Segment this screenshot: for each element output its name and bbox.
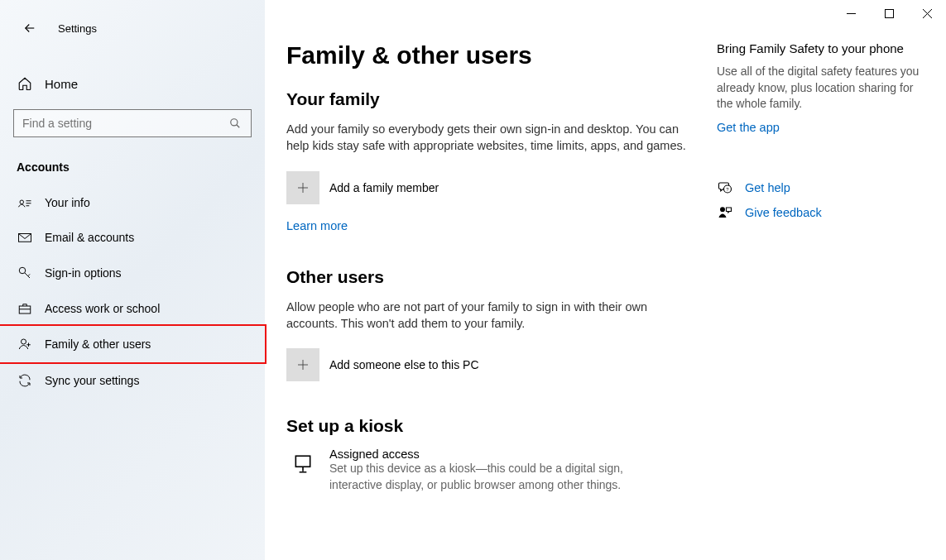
briefcase-icon bbox=[17, 302, 33, 315]
nav-label: Sync your settings bbox=[45, 374, 139, 387]
svg-rect-7 bbox=[295, 456, 310, 467]
sidebar-section-header: Accounts bbox=[0, 137, 265, 185]
minimize-button[interactable] bbox=[832, 0, 870, 26]
family-heading: Your family bbox=[286, 89, 700, 109]
maximize-button[interactable] bbox=[870, 0, 908, 26]
search-icon bbox=[229, 117, 243, 129]
main-content: Family & other users Your family Add you… bbox=[265, 0, 946, 560]
other-heading: Other users bbox=[286, 267, 700, 287]
search-box[interactable] bbox=[13, 109, 252, 137]
learn-more-link[interactable]: Learn more bbox=[286, 219, 700, 232]
svg-point-10 bbox=[720, 207, 725, 212]
home-nav[interactable]: Home bbox=[0, 68, 265, 99]
plus-icon bbox=[295, 357, 310, 372]
nav-label: Family & other users bbox=[45, 337, 151, 351]
kiosk-heading: Set up a kiosk bbox=[286, 416, 700, 436]
promo-title: Bring Family Safety to your phone bbox=[717, 41, 924, 55]
add-family-label[interactable]: Add a family member bbox=[329, 181, 439, 194]
nav-label: Email & accounts bbox=[45, 231, 134, 244]
svg-point-3 bbox=[19, 267, 26, 274]
give-feedback-link[interactable]: Give feedback bbox=[745, 206, 822, 219]
add-other-label[interactable]: Add someone else to this PC bbox=[329, 358, 479, 371]
home-label: Home bbox=[45, 77, 78, 91]
minimize-icon bbox=[847, 9, 856, 18]
plus-icon bbox=[295, 180, 310, 195]
promo-description: Use all of the digital safety features y… bbox=[717, 64, 924, 112]
nav-label: Your info bbox=[45, 196, 90, 209]
family-description: Add your family so everybody gets their … bbox=[286, 121, 700, 155]
close-icon bbox=[923, 9, 932, 18]
window-title: Settings bbox=[58, 22, 97, 35]
svg-point-1 bbox=[20, 200, 24, 204]
kiosk-icon bbox=[286, 448, 319, 481]
key-icon bbox=[17, 266, 33, 280]
nav-item-sync[interactable]: Sync your settings bbox=[0, 362, 265, 399]
svg-point-0 bbox=[231, 119, 238, 126]
help-chat-icon: ? bbox=[717, 180, 733, 195]
add-other-row[interactable]: Add someone else to this PC bbox=[286, 348, 700, 381]
feedback-icon bbox=[717, 205, 733, 220]
back-button[interactable] bbox=[17, 15, 43, 41]
aside-panel: Bring Family Safety to your phone Use al… bbox=[717, 41, 924, 493]
page-title: Family & other users bbox=[286, 41, 700, 69]
nav-list: Your info Email & accounts Sign-in optio… bbox=[0, 185, 265, 399]
nav-label: Sign-in options bbox=[45, 266, 122, 280]
mail-icon bbox=[17, 232, 33, 243]
maximize-icon bbox=[885, 9, 894, 18]
nav-item-signin[interactable]: Sign-in options bbox=[0, 255, 265, 291]
home-icon bbox=[17, 76, 33, 91]
sidebar-header: Settings bbox=[0, 8, 265, 50]
other-description: Allow people who are not part of your fa… bbox=[286, 299, 700, 333]
give-feedback-row[interactable]: Give feedback bbox=[717, 205, 924, 220]
kiosk-title: Assigned access bbox=[329, 448, 636, 461]
svg-rect-4 bbox=[19, 306, 31, 314]
search-input[interactable] bbox=[22, 117, 229, 130]
add-family-button[interactable] bbox=[286, 171, 319, 204]
add-family-row[interactable]: Add a family member bbox=[286, 171, 700, 204]
people-icon bbox=[17, 337, 33, 352]
get-help-row[interactable]: ? Get help bbox=[717, 180, 924, 195]
kiosk-row[interactable]: Assigned access Set up this device as a … bbox=[286, 448, 700, 493]
nav-item-email[interactable]: Email & accounts bbox=[0, 220, 265, 255]
settings-sidebar: Settings Home Accounts Your info Email &… bbox=[0, 0, 265, 560]
get-help-link[interactable]: Get help bbox=[745, 181, 790, 194]
user-card-icon bbox=[17, 197, 33, 208]
nav-item-your-info[interactable]: Your info bbox=[0, 185, 265, 220]
arrow-left-icon bbox=[22, 21, 37, 36]
kiosk-description: Set up this device as a kiosk—this could… bbox=[329, 461, 636, 493]
svg-rect-6 bbox=[885, 9, 893, 17]
nav-label: Access work or school bbox=[45, 302, 160, 315]
add-other-button[interactable] bbox=[286, 348, 319, 381]
svg-point-5 bbox=[22, 339, 26, 344]
close-button[interactable] bbox=[908, 0, 946, 26]
window-controls bbox=[832, 0, 946, 26]
get-app-link[interactable]: Get the app bbox=[717, 121, 780, 134]
sync-icon bbox=[17, 373, 33, 388]
nav-item-family[interactable]: Family & other users bbox=[0, 326, 265, 362]
nav-item-work[interactable]: Access work or school bbox=[0, 291, 265, 326]
